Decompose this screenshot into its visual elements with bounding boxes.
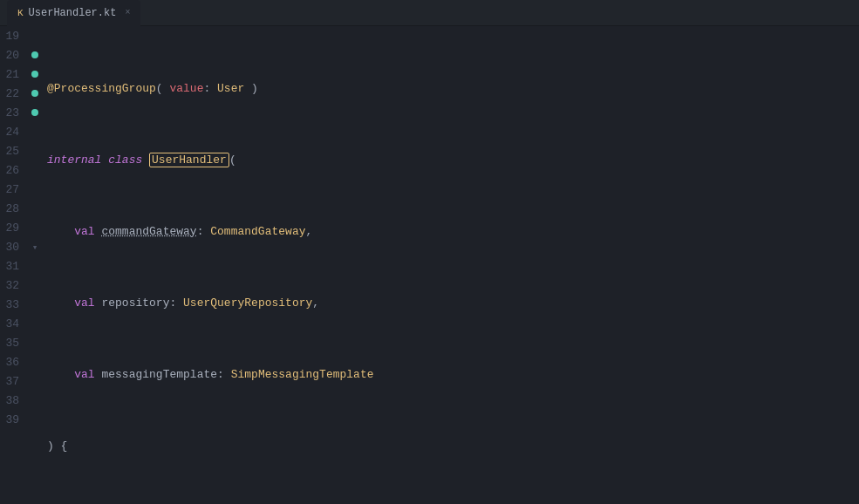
line-indicator — [26, 90, 44, 97]
line-number: 31 — [0, 260, 26, 273]
line-number: 27 — [0, 183, 26, 196]
keyword: internal — [47, 153, 101, 167]
line-row: 28 — [0, 199, 44, 218]
line-number: 37 — [0, 375, 26, 388]
syntax: : — [169, 296, 183, 310]
syntax: : — [203, 82, 217, 95]
line-number: 22 — [0, 87, 26, 100]
line-indicator — [26, 109, 44, 116]
variable: commandGateway — [101, 225, 196, 238]
tab-close-button[interactable]: × — [125, 8, 130, 17]
line-row: 38 — [0, 391, 44, 410]
dot-icon — [31, 109, 38, 116]
line-number: 33 — [0, 298, 26, 311]
syntax: ( — [156, 82, 170, 95]
collapse-icon[interactable]: ▾ — [26, 242, 44, 253]
line-row: 24 — [0, 122, 44, 141]
keyword: class — [108, 153, 142, 167]
line-indicator — [26, 51, 44, 58]
syntax: , — [312, 296, 319, 310]
line-row: 26 — [0, 160, 44, 180]
syntax: ) { — [47, 439, 67, 453]
line-row: 39 — [0, 410, 44, 429]
variable: messagingTemplate — [101, 368, 217, 381]
indent — [47, 225, 74, 238]
syntax: : — [217, 368, 231, 381]
line-row: 21 — [0, 65, 44, 84]
line-row: 19 — [0, 26, 44, 45]
code-line-21: val commandGateway: CommandGateway, — [47, 221, 859, 241]
tab-bar: K UserHandler.kt × — [0, 0, 859, 26]
type: User — [217, 82, 244, 95]
line-number: 20 — [0, 49, 26, 62]
line-row: 37 — [0, 371, 44, 391]
line-number: 29 — [0, 221, 26, 235]
line-number: 23 — [0, 106, 26, 119]
syntax: , — [305, 225, 312, 238]
line-number: 25 — [0, 145, 26, 158]
line-number: 28 — [0, 202, 26, 215]
syntax — [95, 296, 102, 310]
dot-icon — [31, 90, 38, 97]
line-number: 30 — [0, 241, 26, 254]
syntax: : — [197, 225, 211, 238]
code-line-22: val repository: UserQueryRepository, — [47, 293, 859, 312]
syntax: ) — [244, 82, 258, 95]
code-line-23: val messagingTemplate: SimpMessagingTemp… — [47, 364, 859, 384]
tab-filename: UserHandler.kt — [29, 7, 117, 19]
syntax — [142, 153, 149, 167]
indent — [47, 368, 74, 381]
line-number: 38 — [0, 394, 26, 407]
line-number: 34 — [0, 317, 26, 330]
type: CommandGateway — [210, 225, 305, 238]
line-row: 29 — [0, 218, 44, 237]
line-indicator — [26, 71, 44, 78]
code-area: 19 20 21 22 — [0, 26, 859, 504]
line-number: 39 — [0, 413, 26, 426]
keyword: val — [74, 225, 94, 238]
variable: repository — [101, 296, 169, 310]
line-row: 22 — [0, 84, 44, 103]
code-line-19: @ProcessingGroup( value: User ) — [47, 78, 859, 98]
line-row: 30 ▾ — [0, 237, 44, 256]
line-row: 20 — [0, 45, 44, 65]
gutter: 19 20 21 22 — [0, 26, 44, 504]
line-row: 25 — [0, 141, 44, 160]
line-row: 31 — [0, 256, 44, 276]
line-row: 36 — [0, 352, 44, 371]
syntax — [95, 225, 102, 238]
keyword: val — [74, 296, 94, 310]
dot-icon — [31, 51, 38, 58]
dot-icon — [31, 71, 38, 78]
editor-tab[interactable]: K UserHandler.kt × — [7, 0, 140, 26]
type: SimpMessagingTemplate — [231, 368, 374, 381]
line-row: 23 — [0, 103, 44, 122]
keyword: val — [74, 368, 94, 381]
syntax: ( — [229, 153, 236, 167]
highlighted-class-name: UserHandler — [149, 153, 229, 167]
line-row: 32 — [0, 276, 44, 295]
line-number: 36 — [0, 356, 26, 369]
line-number: 21 — [0, 68, 26, 81]
line-number: 35 — [0, 337, 26, 350]
editor-container: K UserHandler.kt × 19 20 21 — [0, 0, 859, 504]
line-row: 33 — [0, 295, 44, 314]
line-row: 35 — [0, 333, 44, 352]
syntax — [95, 368, 102, 381]
annotation: @ProcessingGroup — [47, 82, 156, 95]
code-line-20: internal class UserHandler( — [47, 150, 859, 169]
type: UserQueryRepository — [183, 296, 312, 310]
line-number: 32 — [0, 279, 26, 292]
indent — [47, 296, 74, 310]
line-number: 26 — [0, 164, 26, 177]
line-number: 19 — [0, 30, 26, 43]
file-icon: K — [17, 8, 24, 18]
code-line-24: ) { — [47, 436, 859, 455]
line-row: 34 — [0, 314, 44, 333]
code-content[interactable]: @ProcessingGroup( value: User ) internal… — [44, 26, 859, 504]
param: value — [169, 82, 203, 95]
line-row: 27 — [0, 180, 44, 199]
line-number: 24 — [0, 126, 26, 139]
syntax — [101, 153, 108, 167]
